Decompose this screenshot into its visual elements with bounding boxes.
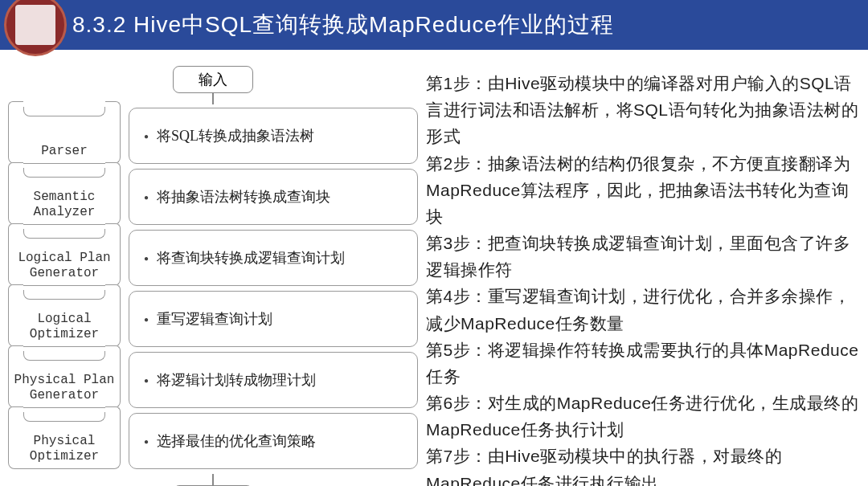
stage-label: Physical Optimizer xyxy=(8,413,121,469)
stage-row: Physical Plan Generator将逻辑计划转成物理计划 xyxy=(8,352,418,408)
stage-row: Logical Optimizer重写逻辑查询计划 xyxy=(8,291,418,347)
stage-row: Semantic Analyzer将抽象语法树转换成查询块 xyxy=(8,169,418,225)
step-text: 第2步：抽象语法树的结构仍很复杂，不方便直接翻译为MapReduce算法程序，因… xyxy=(426,150,860,231)
university-seal-icon xyxy=(4,0,67,56)
stage-name: Logical Plan Generator xyxy=(18,251,110,280)
stage-label: Semantic Analyzer xyxy=(8,169,121,225)
stage-name: Logical Optimizer xyxy=(30,312,99,341)
stage-desc: 将查询块转换成逻辑查询计划 xyxy=(157,248,345,268)
stage-name: Physical Plan Generator xyxy=(14,373,115,402)
step-text: 第7步：由Hive驱动模块中的执行器，对最终的MapReduce任务进行执行输出 xyxy=(426,443,860,486)
stage-desc-box: 将查询块转换成逻辑查询计划 xyxy=(129,230,418,286)
stage-desc: 重写逻辑查询计划 xyxy=(157,309,272,329)
step-text: 第4步：重写逻辑查询计划，进行优化，合并多余操作，减少MapReduce任务数量 xyxy=(426,283,860,336)
stage-desc-box: 将抽象语法树转换成查询块 xyxy=(129,169,418,225)
steps-description: 第1步：由Hive驱动模块中的编译器对用户输入的SQL语言进行词法和语法解析，将… xyxy=(418,66,860,486)
stage-desc: 将抽象语法树转换成查询块 xyxy=(157,187,330,206)
stage-desc-box: 将逻辑计划转成物理计划 xyxy=(129,352,418,408)
step-text: 第1步：由Hive驱动模块中的编译器对用户输入的SQL语言进行词法和语法解析，将… xyxy=(426,70,860,150)
connector-line xyxy=(212,93,214,104)
stage-label: Physical Plan Generator xyxy=(8,352,121,408)
stage-row: Logical Plan Generator将查询块转换成逻辑查询计划 xyxy=(8,230,418,286)
stage-label: Logical Optimizer xyxy=(8,291,121,347)
stage-desc: 将SQL转换成抽象语法树 xyxy=(157,126,314,145)
slide-content: 输入 Parser将SQL转换成抽象语法树Semantic Analyzer将抽… xyxy=(0,50,868,486)
connector-line xyxy=(212,474,214,485)
stage-name: Parser xyxy=(41,144,88,158)
stage-name: Semantic Analyzer xyxy=(34,190,96,219)
slide-title: 8.3.2 Hive中SQL查询转换成MapReduce作业的过程 xyxy=(72,10,614,40)
stage-row: Physical Optimizer选择最佳的优化查询策略 xyxy=(8,413,418,469)
slide-header: 8.3.2 Hive中SQL查询转换成MapReduce作业的过程 xyxy=(0,0,868,50)
stage-desc-box: 将SQL转换成抽象语法树 xyxy=(129,108,418,164)
stage-desc: 选择最佳的优化查询策略 xyxy=(157,431,316,451)
stage-desc-box: 选择最佳的优化查询策略 xyxy=(129,413,418,469)
stage-name: Physical Optimizer xyxy=(30,434,99,464)
stage-label: Logical Plan Generator xyxy=(8,230,121,286)
stage-row: Parser将SQL转换成抽象语法树 xyxy=(8,108,418,164)
stage-desc: 将逻辑计划转成物理计划 xyxy=(157,370,316,390)
input-box: 输入 xyxy=(173,66,253,93)
step-text: 第3步：把查询块转换成逻辑查询计划，里面包含了许多逻辑操作符 xyxy=(426,230,860,283)
flowchart: 输入 Parser将SQL转换成抽象语法树Semantic Analyzer将抽… xyxy=(8,66,418,486)
stage-desc-box: 重写逻辑查询计划 xyxy=(129,291,418,347)
step-text: 第5步：将逻辑操作符转换成需要执行的具体MapReduce任务 xyxy=(426,337,860,390)
step-text: 第6步：对生成的MapReduce任务进行优化，生成最终的MapReduce任务… xyxy=(426,390,860,443)
stage-label: Parser xyxy=(8,108,121,164)
